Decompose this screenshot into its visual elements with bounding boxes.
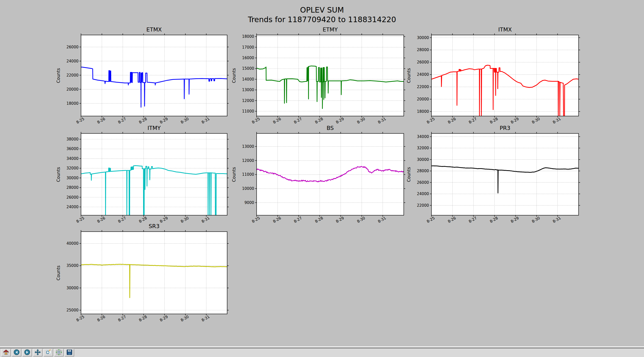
x-tick-label: 8-26 bbox=[96, 117, 106, 125]
x-tick-label: 8-25 bbox=[75, 216, 85, 224]
y-tick-label: 30000 bbox=[417, 157, 429, 162]
subplot-title-etmy: ETMY bbox=[257, 26, 404, 33]
y-axis-label: Counts bbox=[56, 265, 61, 280]
back-button[interactable] bbox=[12, 349, 21, 356]
y-tick-label: 9000 bbox=[245, 200, 254, 205]
subplot-title-itmx: ITMX bbox=[431, 26, 579, 33]
x-tick-label: 8-30 bbox=[180, 216, 189, 224]
x-tick-label: 8-29 bbox=[159, 117, 169, 125]
plot-canvas-bs[interactable] bbox=[257, 133, 404, 215]
x-tick-label: 8-27 bbox=[117, 117, 127, 125]
subplot-pr3: PR3Counts2200024000260002800030000320003… bbox=[431, 133, 579, 215]
figure-canvas[interactable]: ETMXCounts18000200002200024000260008-258… bbox=[0, 0, 644, 346]
gridlines bbox=[431, 133, 579, 215]
x-tick-label: 8-26 bbox=[96, 216, 106, 224]
y-tick-label: 20000 bbox=[66, 87, 78, 92]
subplot-etmx: ETMXCounts18000200002200024000260008-258… bbox=[81, 35, 227, 116]
plot-canvas-itmx[interactable] bbox=[431, 35, 579, 116]
axes-frame bbox=[257, 133, 404, 215]
trace-etmy bbox=[257, 66, 404, 109]
y-tick-label: 24000 bbox=[66, 205, 78, 209]
x-tick-label: 8-26 bbox=[272, 117, 282, 125]
y-tick-label: 26000 bbox=[66, 45, 78, 49]
y-tick-label: 12000 bbox=[242, 98, 254, 103]
plot-canvas-pr3[interactable] bbox=[431, 133, 579, 215]
subplots-button[interactable] bbox=[54, 349, 64, 356]
pan-button[interactable] bbox=[33, 349, 43, 356]
subplot-title-bs: BS bbox=[257, 125, 404, 131]
x-tick-label: 8-29 bbox=[510, 117, 519, 125]
y-tick-label: 17000 bbox=[242, 45, 254, 50]
x-tick-label: 8-30 bbox=[531, 216, 541, 224]
x-tick-label: 8-30 bbox=[180, 117, 189, 125]
y-tick-label: 22000 bbox=[417, 203, 429, 208]
subplot-title-sr3: SR3 bbox=[81, 223, 227, 229]
y-tick-label: 24000 bbox=[66, 59, 78, 63]
x-tick-label: 8-28 bbox=[138, 117, 148, 125]
x-tick-label: 8-29 bbox=[159, 314, 169, 323]
toolbar-button-row bbox=[0, 348, 644, 357]
trace-itmy bbox=[81, 166, 227, 215]
y-tick-label: 34000 bbox=[66, 156, 78, 161]
x-tick-label: 8-27 bbox=[117, 216, 127, 224]
subplot-title-pr3: PR3 bbox=[431, 125, 579, 131]
axes-frame bbox=[257, 35, 404, 116]
x-tick-label: 8-25 bbox=[251, 216, 261, 224]
x-tick-label: 8-31 bbox=[201, 216, 210, 224]
y-tick-label: 26000 bbox=[417, 180, 429, 185]
y-tick-label: 11000 bbox=[242, 172, 254, 177]
x-tick-label: 8-31 bbox=[201, 117, 210, 125]
y-tick-label: 34000 bbox=[417, 134, 429, 139]
y-tick-label: 30000 bbox=[66, 176, 78, 180]
x-tick-label: 8-26 bbox=[447, 117, 457, 125]
zoom-button[interactable] bbox=[44, 349, 53, 356]
home-button[interactable] bbox=[1, 349, 11, 356]
x-tick-label: 8-30 bbox=[180, 314, 189, 323]
axes-frame bbox=[81, 232, 227, 314]
trace-pr3 bbox=[431, 166, 579, 193]
x-tick-label: 8-31 bbox=[552, 216, 561, 224]
subplot-bs: BSCounts9000100001100012000130008-258-26… bbox=[257, 133, 404, 215]
x-tick-label: 8-27 bbox=[293, 216, 303, 224]
subplot-sr3: SR3Counts250003000035000400008-258-268-2… bbox=[81, 232, 227, 314]
x-tick-label: 8-29 bbox=[510, 216, 519, 224]
y-axis-label: Counts bbox=[231, 167, 236, 182]
x-tick-label: 8-26 bbox=[447, 216, 457, 224]
y-tick-label: 28000 bbox=[417, 169, 429, 173]
gridlines bbox=[431, 35, 579, 116]
plot-canvas-sr3[interactable] bbox=[81, 232, 227, 314]
save-button[interactable] bbox=[65, 349, 74, 356]
y-tick-label: 12000 bbox=[242, 158, 254, 163]
y-tick-label: 25000 bbox=[66, 308, 78, 312]
y-tick-label: 24000 bbox=[417, 72, 429, 77]
y-tick-label: 14000 bbox=[242, 77, 254, 82]
gridlines bbox=[257, 133, 404, 215]
subplots-icon bbox=[56, 349, 62, 356]
y-tick-label: 28000 bbox=[66, 185, 78, 190]
y-tick-label: 13000 bbox=[242, 144, 254, 149]
x-tick-label: 8-31 bbox=[377, 117, 387, 125]
plot-canvas-itmy[interactable] bbox=[81, 133, 227, 215]
y-tick-label: 24000 bbox=[417, 192, 429, 196]
y-axis-label: Counts bbox=[56, 167, 61, 182]
zoom-icon bbox=[45, 349, 52, 356]
x-tick-label: 8-27 bbox=[468, 117, 477, 125]
save-icon bbox=[66, 349, 73, 356]
y-tick-label: 15000 bbox=[242, 66, 254, 71]
plot-canvas-etmx[interactable] bbox=[81, 35, 227, 116]
x-tick-label: 8-30 bbox=[531, 117, 541, 125]
axes-frame bbox=[431, 35, 579, 116]
x-tick-label: 8-29 bbox=[335, 216, 345, 224]
navigation-toolbar bbox=[0, 346, 644, 357]
plot-canvas-etmy[interactable] bbox=[257, 35, 404, 116]
y-tick-label: 30000 bbox=[66, 286, 78, 290]
x-tick-label: 8-30 bbox=[356, 117, 366, 125]
back-icon bbox=[13, 349, 20, 356]
x-tick-label: 8-27 bbox=[293, 117, 303, 125]
subplot-title-etmx: ETMX bbox=[81, 26, 227, 33]
forward-button[interactable] bbox=[22, 349, 32, 356]
x-tick-label: 8-28 bbox=[489, 117, 499, 125]
y-tick-label: 36000 bbox=[66, 147, 78, 151]
x-tick-label: 8-31 bbox=[552, 117, 561, 125]
y-axis-label: Counts bbox=[231, 68, 236, 83]
